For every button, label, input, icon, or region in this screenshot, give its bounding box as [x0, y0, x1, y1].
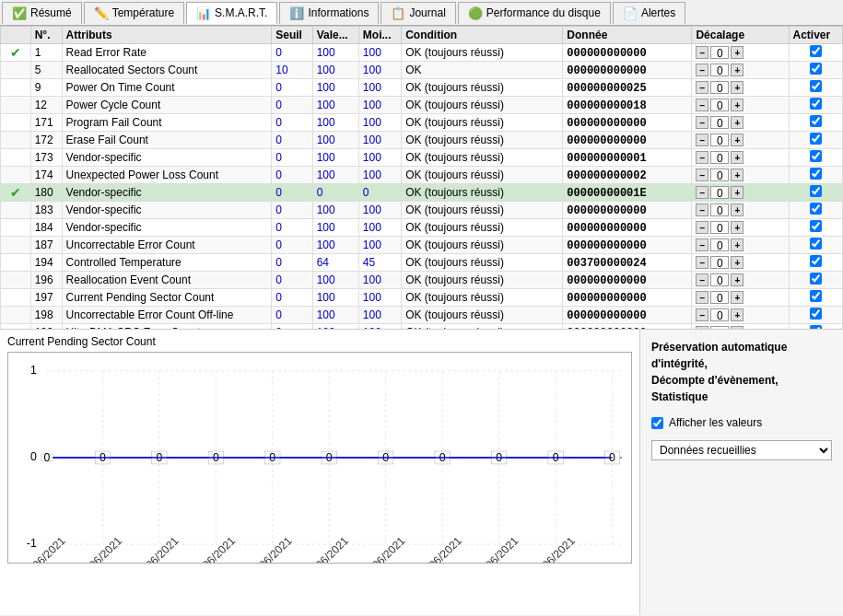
- activer-checkbox[interactable]: [810, 273, 822, 285]
- tab-alertes-label: Alertes: [641, 6, 675, 19]
- activer-checkbox[interactable]: [810, 238, 822, 250]
- decalage-plus-btn[interactable]: +: [731, 46, 743, 59]
- row-vale: 100: [312, 62, 358, 79]
- tab-performance[interactable]: 🟢 Performance du disque: [458, 2, 611, 24]
- row-seuil: 0: [272, 272, 312, 289]
- row-id: 183: [30, 202, 62, 219]
- activer-checkbox[interactable]: [810, 203, 822, 215]
- col-header-decalage: Décalage: [692, 27, 789, 44]
- activer-checkbox[interactable]: [810, 133, 822, 145]
- tab-journal[interactable]: 📋 Journal: [381, 2, 455, 24]
- activer-checkbox[interactable]: [810, 255, 822, 267]
- decalage-plus-btn[interactable]: +: [731, 116, 743, 129]
- row-condition: OK (toujours réussi): [402, 149, 563, 167]
- row-decalage: − 0 +: [692, 219, 789, 237]
- svg-text:13/06/2021: 13/06/2021: [416, 534, 465, 563]
- activer-checkbox[interactable]: [810, 115, 822, 127]
- row-vale: 100: [312, 307, 358, 324]
- activer-checkbox[interactable]: [810, 80, 822, 92]
- decalage-plus-btn[interactable]: +: [731, 291, 743, 304]
- decalage-plus-btn[interactable]: +: [731, 256, 743, 269]
- row-moi: 100: [358, 97, 401, 114]
- decalage-minus-btn[interactable]: −: [696, 151, 708, 164]
- row-moi: 100: [358, 202, 401, 219]
- decalage-minus-btn[interactable]: −: [696, 273, 708, 286]
- decalage-minus-btn[interactable]: −: [696, 46, 708, 59]
- decalage-minus-btn[interactable]: −: [696, 308, 708, 321]
- decalage-minus-btn[interactable]: −: [696, 238, 708, 251]
- tab-smart[interactable]: 📊 S.M.A.R.T.: [186, 2, 277, 24]
- row-status: [1, 237, 31, 254]
- activer-checkbox[interactable]: [810, 290, 822, 302]
- row-status: [1, 132, 31, 149]
- svg-text:07/06/2021: 07/06/2021: [76, 534, 125, 563]
- row-decalage: − 0 +: [692, 62, 789, 79]
- decalage-value: 0: [710, 291, 729, 304]
- row-activer: [789, 219, 843, 237]
- decalage-plus-btn[interactable]: +: [731, 64, 743, 76]
- tab-informations[interactable]: ℹ️ Informations: [279, 2, 379, 24]
- smart-icon: 📊: [196, 6, 211, 20]
- row-condition: OK (toujours réussi): [402, 167, 563, 184]
- activer-checkbox[interactable]: [810, 63, 822, 75]
- donnees-dropdown[interactable]: Données recueillies: [651, 440, 832, 460]
- decalage-minus-btn[interactable]: −: [696, 291, 708, 304]
- decalage-minus-btn[interactable]: −: [696, 186, 708, 199]
- row-status: [1, 97, 31, 114]
- decalage-minus-btn[interactable]: −: [696, 203, 708, 216]
- decalage-minus-btn[interactable]: −: [696, 134, 708, 146]
- activer-checkbox[interactable]: [810, 150, 822, 162]
- row-id: 1: [30, 44, 62, 62]
- decalage-minus-btn[interactable]: −: [696, 256, 708, 269]
- row-attr: Unexpected Power Loss Count: [62, 167, 272, 184]
- activer-checkbox[interactable]: [810, 220, 822, 232]
- row-activer: [789, 62, 843, 79]
- decalage-plus-btn[interactable]: +: [731, 99, 743, 111]
- row-moi: 100: [358, 149, 401, 167]
- row-attr: Vendor-specific: [62, 184, 272, 202]
- decalage-value: 0: [710, 134, 729, 146]
- tab-resume[interactable]: ✅ Résumé: [2, 2, 82, 24]
- decalage-plus-btn[interactable]: +: [731, 169, 743, 181]
- chart-box: 1 0 -1 0 0 0: [7, 352, 632, 564]
- table-row: 12Power Cycle Count0100100OK (toujours r…: [1, 97, 843, 114]
- decalage-value: 0: [710, 186, 729, 199]
- activer-checkbox[interactable]: [810, 168, 822, 180]
- decalage-minus-btn[interactable]: −: [696, 221, 708, 234]
- decalage-minus-btn[interactable]: −: [696, 99, 708, 111]
- row-id: 173: [30, 149, 62, 167]
- decalage-minus-btn[interactable]: −: [696, 169, 708, 181]
- afficher-valeurs-checkbox[interactable]: [651, 417, 663, 429]
- activer-checkbox[interactable]: [810, 45, 822, 57]
- activer-checkbox[interactable]: [810, 185, 822, 197]
- decalage-minus-btn[interactable]: −: [696, 116, 708, 129]
- alertes-icon: 📄: [623, 6, 638, 20]
- activer-checkbox[interactable]: [810, 98, 822, 110]
- decalage-plus-btn[interactable]: +: [731, 203, 743, 216]
- decalage-plus-btn[interactable]: +: [731, 238, 743, 251]
- decalage-minus-btn[interactable]: −: [696, 81, 708, 94]
- decalage-plus-btn[interactable]: +: [731, 308, 743, 321]
- row-decalage: − 0 +: [692, 202, 789, 219]
- decalage-plus-btn[interactable]: +: [731, 151, 743, 164]
- row-data: 000000000001: [563, 149, 692, 167]
- row-status: [1, 254, 31, 272]
- row-attr: Read Error Rate: [62, 44, 272, 62]
- decalage-value: 0: [710, 81, 729, 94]
- activer-checkbox[interactable]: [810, 308, 822, 320]
- decalage-plus-btn[interactable]: +: [731, 134, 743, 146]
- table-row: 187Uncorrectable Error Count0100100OK (t…: [1, 237, 843, 254]
- decalage-plus-btn[interactable]: +: [731, 221, 743, 234]
- row-decalage: − 0 +: [692, 184, 789, 202]
- decalage-plus-btn[interactable]: +: [731, 273, 743, 286]
- row-activer: [789, 79, 843, 97]
- row-data: 000000000002: [563, 167, 692, 184]
- tab-temperature[interactable]: ✏️ Température: [84, 2, 184, 24]
- decalage-minus-btn[interactable]: −: [696, 64, 708, 76]
- row-status: [1, 114, 31, 132]
- decalage-value: 0: [710, 46, 729, 59]
- row-decalage: − 0 +: [692, 254, 789, 272]
- tab-alertes[interactable]: 📄 Alertes: [613, 2, 685, 24]
- decalage-plus-btn[interactable]: +: [731, 81, 743, 94]
- decalage-plus-btn[interactable]: +: [731, 186, 743, 199]
